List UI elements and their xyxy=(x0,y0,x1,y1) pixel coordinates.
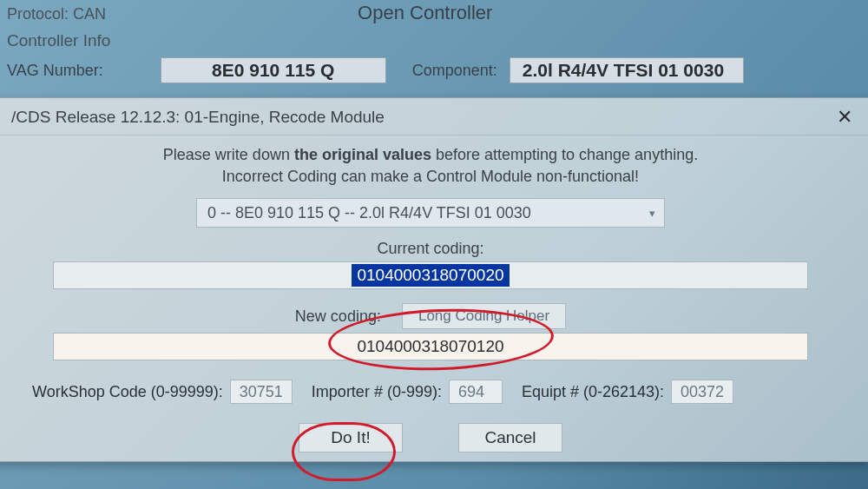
long-coding-helper-button[interactable]: Long Coding Helper xyxy=(402,303,566,329)
vag-number-value: 8E0 910 115 Q xyxy=(161,57,386,83)
protocol-label: Protocol: CAN xyxy=(7,5,106,23)
current-coding-value: 0104000318070020 xyxy=(352,264,509,287)
current-coding-field: 0104000318070020 xyxy=(53,261,808,289)
equipt-input[interactable]: 00372 xyxy=(671,380,733,404)
dialog-title: /CDS Release 12.12.3: 01-Engine, Recode … xyxy=(11,108,385,127)
warning-text: Please write down the original values be… xyxy=(32,144,829,188)
chevron-down-icon: ▾ xyxy=(649,207,655,220)
vag-number-label: VAG Number: xyxy=(7,62,103,80)
recode-module-dialog: /CDS Release 12.12.3: 01-Engine, Recode … xyxy=(0,97,868,462)
module-select-dropdown[interactable]: 0 -- 8E0 910 115 Q -- 2.0l R4/4V TFSI 01… xyxy=(196,198,665,228)
close-icon[interactable]: ✕ xyxy=(832,105,857,129)
do-it-button[interactable]: Do It! xyxy=(299,423,403,453)
importer-label: Importer # (0-999): xyxy=(312,383,442,401)
workshop-code-input[interactable]: 30751 xyxy=(230,380,293,404)
component-value: 2.0l R4/4V TFSI 01 0030 xyxy=(510,57,744,83)
workshop-code-label: WorkShop Code (0-99999): xyxy=(32,383,223,401)
equipt-label: Equipt # (0-262143): xyxy=(522,383,664,401)
new-coding-value: 0104000318070120 xyxy=(357,337,503,356)
module-select-value: 0 -- 8E0 910 115 Q -- 2.0l R4/4V TFSI 01… xyxy=(207,204,531,222)
current-coding-label: Current coding: xyxy=(32,240,829,258)
component-label: Component: xyxy=(412,62,497,80)
importer-input[interactable]: 694 xyxy=(449,380,503,404)
controller-info-label: Controller Info xyxy=(7,31,858,50)
open-controller-heading: Open Controller xyxy=(358,2,492,24)
new-coding-label: New coding: xyxy=(295,307,381,326)
cancel-button[interactable]: Cancel xyxy=(458,423,562,453)
new-coding-input[interactable]: 0104000318070120 xyxy=(53,333,808,360)
